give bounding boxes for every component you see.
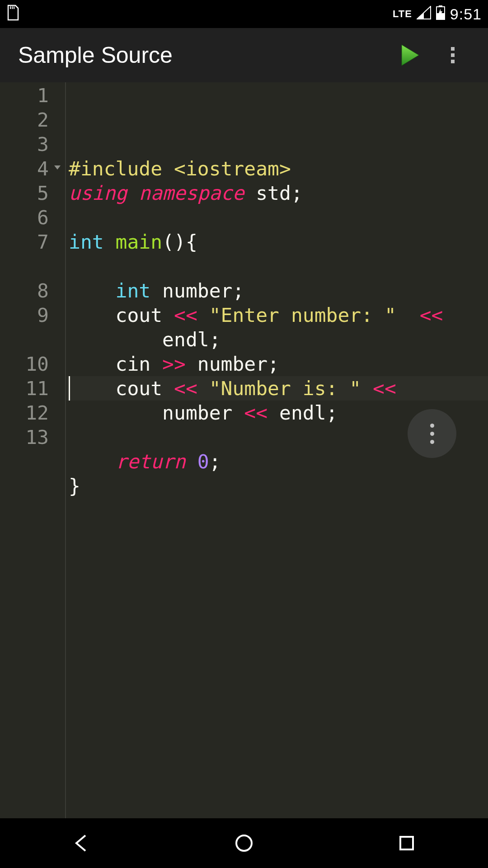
svg-rect-8 [451,60,455,63]
text-cursor [69,376,70,401]
code-line[interactable]: } [69,474,488,498]
line-number: 13 [0,425,49,449]
recents-button[interactable] [389,825,425,861]
svg-rect-10 [400,837,413,849]
line-number: 3 [0,132,49,156]
svg-rect-4 [439,5,442,7]
signal-icon [417,6,431,23]
code-line[interactable]: int main(){ [69,230,488,254]
line-number: 7 [0,230,49,254]
line-number-gutter: 12345678910111213 [0,82,66,818]
play-icon [397,43,422,67]
code-line[interactable] [69,205,488,230]
editor-fab-button[interactable] [408,409,456,458]
line-number: 12 [0,401,49,425]
more-vert-icon [430,424,434,444]
battery-charging-icon [436,5,446,24]
line-number [0,327,49,352]
line-number: 4 [0,156,49,181]
run-button[interactable] [388,33,431,77]
code-line[interactable]: cout << "Number is: " << [69,376,488,401]
code-line[interactable] [69,254,488,278]
more-vert-icon [443,46,462,65]
line-number: 10 [0,352,49,376]
sd-card-icon [6,5,20,24]
page-title: Sample Source [18,42,388,68]
code-line[interactable]: cout << "Enter number: " << [69,303,488,327]
code-line[interactable]: endl; [69,327,488,352]
svg-rect-2 [14,6,14,9]
back-button[interactable] [63,825,99,861]
line-number: 11 [0,376,49,401]
code-line[interactable] [69,498,488,523]
line-number: 6 [0,205,49,230]
overflow-menu-button[interactable] [431,33,474,77]
line-number: 5 [0,181,49,205]
code-line[interactable]: cin >> number; [69,352,488,376]
back-icon [71,833,92,854]
navigation-bar [0,818,488,868]
home-icon [234,833,254,853]
home-button[interactable] [226,825,262,861]
svg-rect-1 [12,6,13,9]
svg-rect-0 [10,6,11,9]
status-bar: LTE 9:51 [0,0,488,28]
svg-rect-7 [451,53,455,57]
network-type-label: LTE [393,8,412,20]
line-number: 1 [0,83,49,108]
code-line[interactable]: using namespace std; [69,181,488,205]
code-line[interactable]: int number; [69,278,488,303]
code-line[interactable]: #include <iostream> [69,156,488,181]
line-number: 9 [0,303,49,327]
recents-icon [398,834,416,852]
line-number: 2 [0,108,49,132]
line-number [0,254,49,278]
app-bar: Sample Source [0,28,488,82]
svg-point-9 [236,835,252,851]
clock-time: 9:51 [450,5,482,23]
line-number: 8 [0,278,49,303]
fold-marker-icon[interactable] [54,165,61,170]
svg-rect-6 [451,47,455,51]
